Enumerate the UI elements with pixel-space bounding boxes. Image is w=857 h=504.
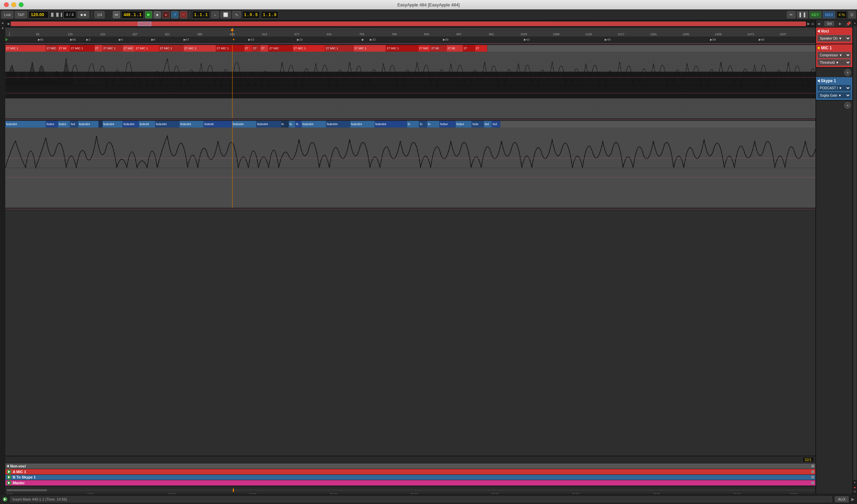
curve-btn[interactable]: ⌣ — [211, 11, 219, 18]
clip-27mic1-14[interactable]: 27 MIC 1 — [325, 45, 353, 52]
pointer-tool[interactable]: ▌▐ — [797, 11, 808, 18]
inspector-toggle[interactable]: ≡ — [811, 21, 814, 27]
go-start-button[interactable]: ⏮ — [113, 11, 120, 18]
clip-27mic1-1[interactable]: 27 MIC 1 — [5, 45, 46, 52]
clip-27mic1-10[interactable]: 27 MIC 1 — [184, 45, 216, 52]
clip-27mic1-16[interactable]: 27 MIC 1 — [386, 45, 418, 52]
clip-27mic1-8[interactable]: 27 MIC 1 — [135, 45, 159, 52]
voci-collapse-icon[interactable] — [818, 30, 820, 33]
amic1-resize[interactable] — [811, 470, 814, 473]
inspector-next[interactable]: ▶ — [839, 22, 842, 26]
fede-6[interactable]: fede484 — [103, 121, 123, 128]
clip-27mic1-6[interactable]: 27 MIC 1 — [103, 45, 123, 52]
add-section-btn-2[interactable]: + — [816, 101, 852, 110]
fede-12[interactable]: fede484 — [232, 121, 256, 128]
fede-11[interactable]: fede48 — [204, 121, 232, 128]
fede-13[interactable]: fede484 — [256, 121, 281, 128]
clip-27mic-5[interactable]: 27 — [95, 45, 103, 52]
fede-23[interactable]: fo — [427, 121, 439, 128]
threshold-dropdown[interactable]: Threshold ▼ — [818, 59, 851, 66]
bskype-track[interactable]: B To Skype 1 — [5, 475, 816, 481]
dot-button[interactable]: ●● — [78, 11, 89, 18]
fede-21[interactable]: fo — [407, 121, 419, 128]
scroll-up-icon[interactable]: ▲ — [1, 21, 4, 24]
cycle-button[interactable]: ↺ — [171, 11, 179, 18]
compressor-dropdown[interactable]: Compressor ▼ — [818, 52, 851, 58]
fede-19[interactable]: fede484 — [350, 121, 374, 128]
soglia-gate-dropdown[interactable]: Soglia Gate ▼ — [818, 92, 851, 99]
midi-button[interactable]: MIDI — [823, 11, 835, 18]
clip-27mic-7[interactable]: 27 MIC — [123, 45, 135, 52]
fede-27[interactable]: fed — [484, 121, 492, 128]
clip-27mic1-11[interactable]: 27 MIC 1 — [216, 45, 244, 52]
fede-17[interactable]: fede484 — [302, 121, 326, 128]
clip-27-sm2[interactable]: 27 — [475, 45, 487, 52]
tap-button[interactable]: TAP — [15, 11, 27, 18]
fede-24[interactable]: fede4 — [440, 121, 456, 128]
clip-27mic-2[interactable]: 27 MIC — [46, 45, 58, 52]
master-track[interactable]: Master — [5, 480, 816, 486]
clip-small1[interactable]: 27 — [244, 45, 252, 52]
speaker-on-dropdown[interactable]: Speaker On ▼ — [818, 35, 851, 41]
fede-22[interactable]: fo — [419, 121, 427, 128]
clip-27mi2[interactable]: 27 MI — [447, 45, 463, 52]
clip-small2[interactable]: 27 — [252, 45, 261, 52]
add-section-btn-1[interactable]: + — [816, 68, 852, 77]
amic1-play-btn[interactable] — [7, 469, 12, 474]
clip-27mic1-9[interactable]: 27 MIC 1 — [159, 45, 184, 52]
tilde-btn[interactable]: ∿ — [232, 11, 241, 18]
add-icon-1[interactable]: + — [844, 69, 851, 76]
status-play-btn[interactable] — [3, 497, 7, 502]
fede-5[interactable]: fede484 — [78, 121, 98, 128]
punch-button[interactable]: ↩ — [180, 11, 187, 18]
fede-3[interactable]: fede4 — [58, 121, 70, 128]
key-button[interactable]: KEY — [809, 11, 821, 18]
podcast-dropdown[interactable]: PODCAST I ▼ — [818, 85, 851, 91]
fede-28[interactable]: fed — [492, 121, 500, 128]
counter-display[interactable]: 1 . 1 . 1 — [192, 11, 210, 18]
fede-26[interactable]: fede — [472, 121, 484, 128]
fede-14[interactable]: fe — [281, 121, 289, 128]
pencil-tool[interactable]: ✏ — [787, 11, 795, 18]
inspector-lock[interactable]: 📌 — [846, 21, 851, 26]
clip-27mic1-17[interactable]: 27 MIC — [418, 45, 431, 52]
add-icon-2[interactable]: + — [844, 102, 851, 109]
overview-arrow-left[interactable]: ◀ — [7, 22, 10, 26]
clip-27mi1[interactable]: 27 MI — [431, 45, 447, 52]
clip-small3[interactable]: 27 — [261, 45, 268, 52]
record-button[interactable]: ● — [163, 11, 170, 18]
status-arrow-right[interactable]: ▶ — [851, 497, 854, 502]
position-display[interactable]: 449 . 1 . 1 — [121, 11, 143, 18]
play-button[interactable]: ▶ — [145, 11, 152, 18]
fede-sep[interactable] — [99, 121, 103, 128]
nonvoci-track[interactable]: Non-voci — [5, 464, 816, 469]
inspector-prev[interactable]: ◀ — [818, 22, 820, 26]
fede-10[interactable]: fede484 — [180, 121, 204, 128]
fede-9[interactable]: fede484 — [155, 121, 180, 128]
time-signature[interactable]: 4 / 4 — [63, 11, 76, 18]
clip-27mic1-13[interactable]: 27 MIC 1 — [293, 45, 325, 52]
skype1-collapse-icon[interactable] — [818, 79, 820, 83]
aux-button[interactable]: AUX — [835, 496, 848, 502]
scroll-up2-icon[interactable]: ▲ — [1, 26, 4, 30]
clip-27mic1-15[interactable]: 27 MIC 1 — [354, 45, 386, 52]
fede-2[interactable]: fede4 — [46, 121, 58, 128]
minimize-button[interactable] — [12, 2, 16, 7]
square-btn[interactable]: ⬜ — [220, 11, 231, 18]
master-resize[interactable] — [811, 482, 814, 484]
link-button[interactable]: Link — [1, 11, 13, 18]
clip-27-sm1[interactable]: 27 — [463, 45, 475, 52]
stop-button[interactable]: ■ — [154, 11, 161, 18]
loop-end-display[interactable]: 1/4 — [94, 11, 105, 18]
tempo-display[interactable]: 120.00 — [29, 11, 49, 18]
maximize-button[interactable] — [19, 2, 23, 7]
fede-15[interactable]: fe — [289, 121, 295, 128]
timeline-scroll[interactable]: 0:00 5:00 10:00 15:00 20:00 25:00 30:00 … — [7, 489, 814, 491]
timeline-thumb[interactable] — [7, 489, 47, 491]
fede-20[interactable]: fede484 — [375, 121, 407, 128]
clip-27mic-3[interactable]: 27 MI — [58, 45, 70, 52]
fede-8[interactable]: fede48 — [139, 121, 155, 128]
nonvoci-resize[interactable] — [811, 465, 814, 467]
master-play-btn[interactable] — [7, 481, 12, 485]
inspector-set-btn[interactable]: Set — [824, 21, 834, 26]
